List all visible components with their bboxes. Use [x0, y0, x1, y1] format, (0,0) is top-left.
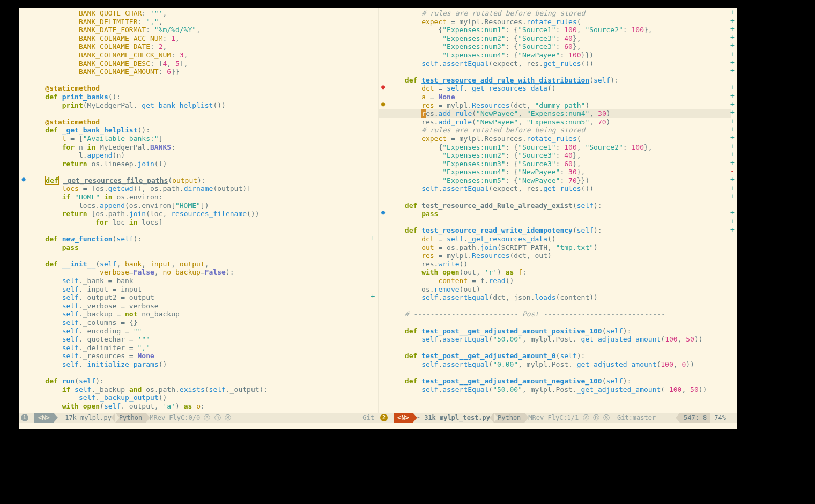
code-line[interactable]: def test_post__get_adjusted_amount_posit…	[388, 327, 738, 336]
code-line[interactable]: "Expenses:num4": {"NewPayee": 100}})	[388, 51, 738, 60]
code-line[interactable]: {"Expenses:num1": {"Source1": 100, "Sour…	[388, 26, 738, 34]
code-line[interactable]	[388, 369, 738, 377]
code-line[interactable]: def print_banks():	[28, 93, 378, 101]
code-line[interactable]: content = f.read()	[388, 277, 738, 285]
code-line[interactable]: self._initialize_params()	[28, 360, 378, 369]
code-line[interactable]: self.assertEqual(expect, res.get_rules()…	[388, 60, 738, 68]
code-line[interactable]: with open(self._output, 'a') as o:	[28, 402, 378, 411]
code-line[interactable]: res.write()	[388, 260, 738, 269]
code-line[interactable]: {"Expenses:num1": {"Source1": 100, "Sour…	[388, 143, 738, 152]
code-line[interactable]: verbose=False, no_backup=False):	[28, 268, 378, 277]
code-line[interactable]: with open(out, 'r') as f:	[388, 268, 738, 277]
code-line[interactable]: "Expenses:num3": {"Source3": 60},	[388, 160, 738, 168]
code-line[interactable]: self.assertEqual(dct, json.loads(content…	[388, 293, 738, 302]
major-mode-left[interactable]: Python	[115, 413, 146, 423]
code-line[interactable]: pass	[388, 210, 738, 218]
code-line[interactable]: def _get_bank_helplist():	[28, 126, 378, 135]
code-line[interactable]: self.assertEqual("50.00", mylpl.Post._ge…	[388, 335, 738, 344]
right-code[interactable]: # rules are rotated before being stored …	[388, 8, 738, 394]
code-line[interactable]: # rules are rotated before being stored	[388, 9, 738, 18]
code-line[interactable]: self._encoding = ""	[28, 327, 378, 336]
code-line[interactable]: self._input = input	[28, 285, 378, 294]
code-line[interactable]: l.append(n)	[28, 151, 378, 160]
code-line[interactable]	[388, 218, 738, 227]
code-line[interactable]: self._resources = None	[28, 352, 378, 360]
code-line[interactable]: def test_resource_read_write_idempotency…	[388, 226, 738, 235]
code-line[interactable]: "Expenses:num2": {"Source3": 40},	[388, 34, 738, 43]
code-line[interactable]: # rules are rotated before being stored	[388, 126, 738, 135]
code-line[interactable]: def test_post__get_adjusted_amount_0(sel…	[388, 352, 738, 360]
code-line[interactable]: BANK_DATE_FORMAT: "%m/%d/%Y",	[28, 26, 378, 34]
code-line[interactable]: self._verbose = verbose	[28, 302, 378, 310]
code-line[interactable]: a = None	[388, 93, 738, 101]
code-line[interactable]: self._quotechar = '"'	[28, 335, 378, 344]
modeline-left[interactable]: 1 <N> - 17k mylpl.py Python MRev FlyC:0/…	[19, 413, 378, 423]
code-line[interactable]: def test_resource_add_rule_with_distribu…	[388, 76, 738, 85]
code-line[interactable]: expect = mylpl.Resources.rotate_rules(	[388, 18, 738, 26]
code-line[interactable]: self._backup = not no_backup	[28, 310, 378, 318]
code-line[interactable]: expect = mylpl.Resources.rotate_rules(	[388, 135, 738, 143]
code-line[interactable]	[28, 369, 378, 377]
code-line[interactable]: BANK_COLNAME_CHECK_NUM: 3,	[28, 51, 378, 60]
code-line[interactable]: def run(self):	[28, 377, 378, 386]
code-line[interactable]: "Expenses:num4": {"NewPayee": 30},	[388, 168, 738, 176]
code-line[interactable]: BANK_COLNAME_ACC_NUM: 1,	[28, 34, 378, 43]
left-code[interactable]: BANK_QUOTE_CHAR: '"', BANK_DELIMITER: ",…	[28, 8, 378, 411]
code-line[interactable]: for n in MyLedgerPal.BANKS:	[28, 143, 378, 152]
code-line[interactable]: print(MyLedgerPal._get_bank_helplist())	[28, 101, 378, 110]
code-line[interactable]: @staticmethod	[28, 84, 378, 93]
code-line[interactable]: for loc in locs]	[28, 218, 378, 227]
echo-area[interactable]	[19, 423, 737, 429]
code-line[interactable]: res = mylpl.Resources(dct, "dummy_path")	[388, 101, 738, 110]
code-line[interactable]: locs = [os.getcwd(), os.path.dirname(out…	[28, 184, 378, 193]
code-line[interactable]: "Expenses:num2": {"Source3": 40},	[388, 151, 738, 160]
code-line[interactable]: return os.linesep.join(l)	[28, 160, 378, 168]
code-line[interactable]	[28, 168, 378, 176]
code-line[interactable]: BANK_QUOTE_CHAR: '"',	[28, 9, 378, 18]
buffer-name-right[interactable]: - 31k mylpl_test.py	[413, 413, 494, 423]
major-mode-right[interactable]: Python	[494, 413, 524, 423]
code-line[interactable]: pass	[28, 243, 378, 252]
code-line[interactable]: res = mylpl.Resources(dct, out)	[388, 251, 738, 260]
code-line[interactable]: os.remove(out)	[388, 285, 738, 294]
code-line[interactable]: "Expenses:num5": {"NewPayee": 70}})	[388, 176, 738, 185]
code-line[interactable]: if "HOME" in os.environ:	[28, 193, 378, 202]
code-line[interactable]: return [os.path.join(loc, resources_file…	[28, 210, 378, 218]
code-line[interactable]: self._backup_output()	[28, 394, 378, 402]
code-line[interactable]: self.assertEqual(expect, res.get_rules()…	[388, 184, 738, 193]
right-pane[interactable]: ●●● # rules are rotated before being sto…	[379, 8, 738, 429]
code-line[interactable]: BANK_DELIMITER: ",",	[28, 18, 378, 26]
code-line[interactable]: BANK_COLNAME_AMOUNT: 6}}	[28, 68, 378, 76]
code-line[interactable]: "Expenses:num3": {"Source3": 60},	[388, 42, 738, 51]
code-line[interactable]: def _get_resources_file_paths(output):	[28, 176, 378, 185]
code-line[interactable]	[388, 193, 738, 202]
code-line[interactable]	[388, 344, 738, 352]
code-line[interactable]	[388, 302, 738, 310]
code-line[interactable]: locs.append(os.environ["HOME"])	[28, 202, 378, 210]
code-line[interactable]: # ------------------------- Post -------…	[388, 310, 738, 318]
code-line[interactable]: dct = self._get_resources_data()	[388, 84, 738, 93]
code-line[interactable]	[28, 76, 378, 85]
code-line[interactable]: def new_function(self):	[28, 235, 378, 243]
code-line[interactable]	[28, 109, 378, 118]
code-line[interactable]: self.assertEqual("50.00", mylpl.Post._ge…	[388, 386, 738, 394]
code-line[interactable]: BANK_COLNAME_DESC: [4, 5],	[28, 60, 378, 68]
code-line[interactable]: self._bank = bank	[28, 277, 378, 285]
code-line[interactable]: l = ["Available banks:"]	[28, 135, 378, 143]
code-line[interactable]: out = os.path.join(SCRIPT_PATH, "tmp.txt…	[388, 243, 738, 252]
code-line[interactable]: @staticmethod	[28, 118, 378, 127]
code-line[interactable]: def test_post__get_adjusted_amount_negat…	[388, 377, 738, 386]
code-line[interactable]	[388, 318, 738, 327]
code-line[interactable]: self._columns = {}	[28, 318, 378, 327]
code-line[interactable]	[388, 68, 738, 76]
code-line[interactable]: res.add_rule("NewPayee", "Expenses:num5"…	[388, 118, 738, 127]
buffer-name-left[interactable]: - 17k mylpl.py	[54, 413, 115, 423]
code-line[interactable]: if self._backup and os.path.exists(self.…	[28, 386, 378, 394]
code-line[interactable]: self._delimiter = ","	[28, 344, 378, 352]
modeline-right[interactable]: 2 <N> - 31k mylpl_test.py Python MRev Fl…	[378, 413, 737, 423]
code-line[interactable]: def test_resource_add_Rule_already_exist…	[388, 202, 738, 210]
code-line[interactable]: dct = self._get_resources_data()	[388, 235, 738, 243]
code-line[interactable]: BANK_COLNAME_DATE: 2,	[28, 42, 378, 51]
code-line[interactable]: self._output2 = output	[28, 293, 378, 302]
code-line[interactable]	[28, 251, 378, 260]
